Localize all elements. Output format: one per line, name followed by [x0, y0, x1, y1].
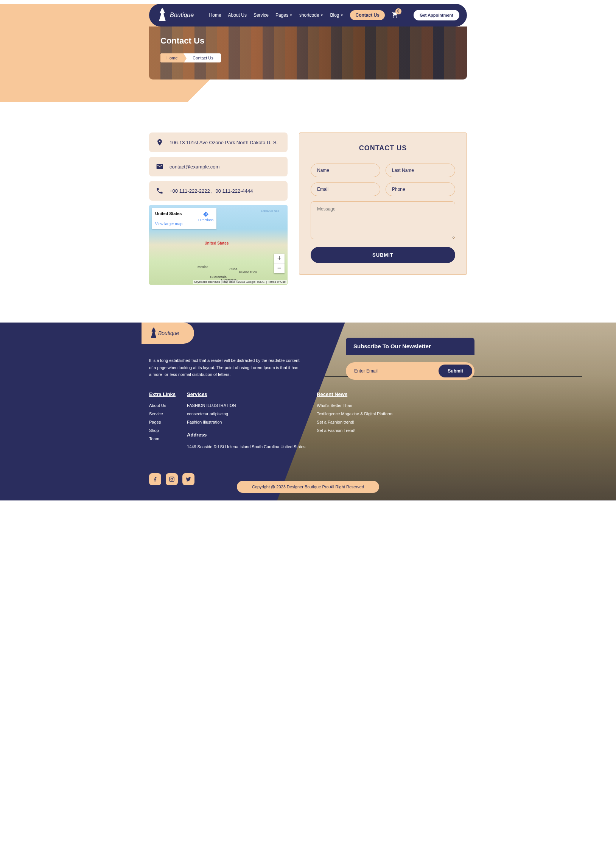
cart-badge: 0 — [395, 8, 401, 14]
footer-news: Recent News What's Better Than Textilege… — [317, 391, 392, 450]
map-directions-button[interactable]: Directions — [198, 211, 213, 222]
newsletter-title: Subscribe To Our Newsletter — [346, 338, 474, 355]
nav-home[interactable]: Home — [209, 12, 221, 18]
svg-rect-0 — [170, 477, 174, 482]
pin-icon — [156, 139, 163, 146]
navbar: Boutique Home About Us Service Pages▼ sh… — [149, 4, 467, 26]
copyright: Copyright @ 2023 Designer Boutique Pro A… — [237, 481, 379, 493]
map-view-larger[interactable]: View larger map — [155, 222, 213, 226]
phone-icon — [156, 187, 163, 195]
newsletter-input[interactable] — [348, 365, 439, 377]
chevron-down-icon: ▼ — [320, 14, 324, 17]
facebook-link[interactable] — [149, 473, 161, 485]
nav-pages[interactable]: Pages▼ — [275, 12, 292, 18]
map-zoom-in[interactable]: + — [274, 254, 285, 263]
email-text: contact@example.com — [170, 164, 219, 170]
map-label-puerto: Puerto Rico — [239, 270, 257, 274]
page-banner: Contact Us Home Contact Us — [149, 26, 467, 79]
footer-link[interactable]: Shop — [149, 428, 176, 433]
logo[interactable]: Boutique — [157, 8, 194, 23]
contact-form: CONTACT US SUBMIT — [299, 132, 467, 275]
chevron-down-icon: ▼ — [341, 14, 344, 17]
map-label-cuba: Cuba — [229, 267, 238, 271]
address-text: 106-13 101st Ave Ozone Park North Dakota… — [170, 140, 278, 145]
cart-button[interactable]: 0 — [392, 11, 398, 19]
breadcrumb-current: Contact Us — [184, 53, 221, 62]
footer-about: It is a long established fact that a rea… — [149, 357, 300, 378]
breadcrumb-home[interactable]: Home — [160, 53, 184, 62]
newsletter-submit[interactable]: Submit — [439, 365, 472, 377]
nav-contact[interactable]: Contact Us — [350, 10, 384, 20]
instagram-link[interactable] — [166, 473, 178, 485]
twitter-icon — [185, 476, 191, 482]
footer: Boutique Subscribe To Our Newsletter Sub… — [0, 323, 616, 500]
name-input[interactable] — [311, 164, 380, 177]
footer-link[interactable]: FASHION ILLUSTRATION — [187, 403, 305, 408]
phone-text: +00 111-222-2222 ,+00 111-222-4444 — [170, 188, 253, 194]
footer-link[interactable]: Pages — [149, 420, 176, 424]
phone-input[interactable] — [386, 182, 455, 196]
directions-icon — [203, 211, 209, 217]
map-embed[interactable]: United States Directions View larger map… — [149, 205, 288, 285]
form-title: CONTACT US — [311, 144, 455, 152]
footer-address: 1449 Seaside Rd St Helena Island South C… — [187, 444, 305, 450]
footer-link[interactable]: About Us — [149, 403, 176, 408]
footer-link[interactable]: Service — [149, 411, 176, 416]
footer-extra-links: Extra Links About Us Service Pages Shop … — [149, 391, 176, 450]
map-zoom-controls: + − — [274, 254, 285, 273]
chevron-down-icon: ▼ — [289, 14, 292, 17]
footer-link[interactable]: Set a Fashion Trend! — [317, 428, 392, 433]
logo-icon — [149, 327, 158, 339]
footer-link[interactable]: consectetur adipiscing — [187, 411, 305, 416]
map-label-mexico: Mexico — [198, 265, 208, 269]
info-address: 106-13 101st Ave Ozone Park North Dakota… — [149, 132, 288, 152]
footer-logo[interactable]: Boutique — [142, 323, 194, 344]
info-email: contact@example.com — [149, 157, 288, 176]
instagram-icon — [169, 476, 175, 482]
nav-blog[interactable]: Blog▼ — [330, 12, 344, 18]
email-input[interactable] — [311, 182, 380, 196]
footer-link[interactable]: What's Better Than — [317, 403, 392, 408]
nav-menu: Home About Us Service Pages▼ shortcode▼ … — [209, 10, 398, 20]
nav-shortcode[interactable]: shortcode▼ — [299, 12, 324, 18]
map-info-card: United States Directions View larger map — [152, 208, 216, 229]
facebook-icon — [152, 476, 158, 482]
message-input[interactable] — [311, 201, 455, 239]
footer-link[interactable]: Set a Fashion trend! — [317, 420, 392, 424]
appointment-button[interactable]: Get Appointment — [414, 10, 459, 20]
twitter-link[interactable] — [182, 473, 194, 485]
footer-link[interactable]: Team — [149, 436, 176, 441]
footer-services: Services FASHION ILLUSTRATION consectetu… — [187, 391, 305, 450]
nav-about[interactable]: About Us — [228, 12, 247, 18]
page-title: Contact Us — [160, 36, 456, 46]
newsletter-box: Subscribe To Our Newsletter Submit — [346, 338, 474, 380]
logo-text: Boutique — [170, 12, 194, 19]
logo-icon — [157, 8, 168, 23]
map-label-labrador: Labrador Sea — [261, 209, 279, 213]
lastname-input[interactable] — [386, 164, 455, 177]
map-label-us: United States — [204, 241, 229, 245]
info-phone: +00 111-222-2222 ,+00 111-222-4444 — [149, 181, 288, 201]
map-attribution: Keyboard shortcuts | Map data ©2023 Goog… — [193, 280, 287, 284]
envelope-icon — [156, 163, 163, 170]
map-zoom-out[interactable]: − — [274, 263, 285, 273]
breadcrumb: Home Contact Us — [160, 53, 221, 62]
footer-link[interactable]: Fashion Illustration — [187, 420, 305, 424]
svg-point-2 — [173, 477, 173, 478]
footer-link[interactable]: Textilegence Magazine & Digital Platform — [317, 411, 392, 416]
svg-point-1 — [171, 478, 173, 480]
submit-button[interactable]: SUBMIT — [311, 247, 455, 263]
nav-service[interactable]: Service — [254, 12, 269, 18]
